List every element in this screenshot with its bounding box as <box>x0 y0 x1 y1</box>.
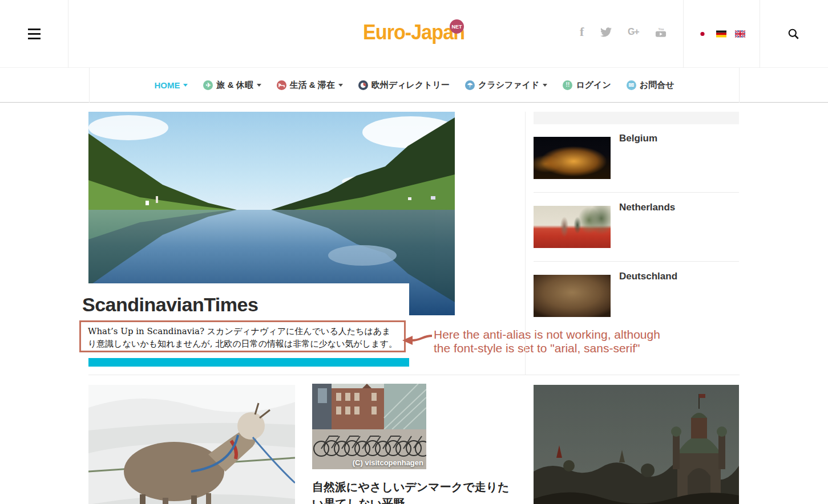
annotation-line-1: Here the anti-alias is not working, alth… <box>434 328 660 342</box>
twitter-icon[interactable] <box>600 25 612 39</box>
slider-progress-bar <box>88 358 409 367</box>
annotation-note: Here the anti-alias is not working, alth… <box>434 328 660 355</box>
nav-item-europe-directory[interactable]: 欧州ディレクトリー <box>358 80 450 91</box>
header: Euro-Japan NET f G+ You <box>0 0 828 68</box>
article-title[interactable]: ScandinavianTimes <box>82 294 258 316</box>
nav-item-classified[interactable]: ☂ クラシファイド <box>465 80 547 91</box>
sidebar-thumb-deutschland[interactable] <box>534 275 611 317</box>
column-divider <box>525 112 526 375</box>
nav-item-home[interactable]: HOME <box>154 80 188 90</box>
nav-label: クラシファイド <box>478 80 539 91</box>
bed-icon <box>277 80 286 90</box>
directory-pie-icon <box>358 80 368 90</box>
annotation-line-2: the font-style is set to "arial, sans-se… <box>434 342 660 355</box>
section-divider <box>88 375 740 375</box>
sidebar-header-bar <box>534 112 739 124</box>
main-nav-inner: HOME ✈ 旅 & 休暇 生活 & 滞在 欧州ディレクトリー <box>89 68 740 103</box>
page: Euro-Japan NET f G+ You <box>0 0 828 504</box>
login-icon: !! <box>563 80 572 90</box>
youtube-icon[interactable]: You <box>655 25 667 39</box>
envelope-icon: ✉ <box>627 80 636 90</box>
nav-item-login[interactable]: !! ログイン <box>563 80 611 91</box>
language-flags <box>697 30 745 38</box>
main-nav: HOME ✈ 旅 & 休暇 生活 & 滞在 欧州ディレクトリー <box>0 68 828 103</box>
card-image-copenhagen-bikes[interactable]: (C) visitcopenhagen <box>312 384 426 469</box>
flag-japan-icon[interactable] <box>697 30 708 38</box>
card-image-vintage-tower[interactable] <box>534 385 739 504</box>
social-links: f G+ You <box>580 25 667 39</box>
image-credit-caption: (C) visitcopenhagen <box>353 459 423 466</box>
umbrella-icon: ☂ <box>465 80 475 90</box>
sidebar-divider <box>534 192 739 193</box>
flag-uk-icon[interactable] <box>735 30 745 38</box>
site-logo[interactable]: Euro-Japan NET <box>363 21 474 44</box>
sidebar-thumb-netherlands[interactable] <box>534 206 611 248</box>
facebook-icon[interactable]: f <box>580 25 584 39</box>
svg-text:You: You <box>658 27 664 30</box>
logo-text: Euro-Japan <box>363 21 465 44</box>
sidebar-item-belgium[interactable]: Belgium <box>619 133 657 144</box>
header-divider <box>760 0 760 68</box>
nav-label: 欧州ディレクトリー <box>371 80 450 91</box>
sidebar-item-netherlands[interactable]: Netherlands <box>619 202 675 213</box>
chevron-down-icon <box>257 84 261 87</box>
sidebar-divider <box>534 261 739 262</box>
nav-label: ログイン <box>576 80 611 91</box>
header-divider <box>683 0 684 68</box>
chevron-down-icon <box>543 84 547 87</box>
nav-label: 生活 & 滞在 <box>290 80 335 91</box>
logo-net-badge: NET <box>450 19 464 34</box>
card-headline[interactable]: 自然派にやさしいデンマークで走りたい果てしない平野 <box>312 479 516 504</box>
nav-label: お問合せ <box>640 80 674 91</box>
sidebar-thumb-belgium[interactable] <box>534 137 611 179</box>
chevron-down-icon <box>338 84 343 87</box>
chevron-down-icon <box>183 84 188 87</box>
airplane-icon: ✈ <box>203 80 213 90</box>
article-excerpt-box: What’s Up in Scandinavia? スカンディナヴィアに住んでい… <box>79 320 406 352</box>
googleplus-icon[interactable]: G+ <box>628 25 639 39</box>
flag-germany-icon[interactable] <box>716 30 726 38</box>
header-divider <box>68 0 68 68</box>
nav-item-travel-vacation[interactable]: ✈ 旅 & 休暇 <box>203 80 261 91</box>
nav-item-living-stay[interactable]: 生活 & 滞在 <box>277 80 343 91</box>
sidebar-item-deutschland[interactable]: Deutschland <box>619 271 677 282</box>
hamburger-menu-button[interactable] <box>28 29 41 39</box>
article-excerpt-text: What’s Up in Scandinavia? スカンディナヴィアに住んでい… <box>88 326 397 352</box>
annotation-arrow-icon <box>401 333 433 347</box>
nav-label: HOME <box>154 80 180 90</box>
nav-item-contact[interactable]: ✉ お問合せ <box>627 80 674 91</box>
card-image-reindeer[interactable] <box>88 385 295 504</box>
nav-label: 旅 & 休暇 <box>216 80 253 91</box>
search-icon[interactable] <box>787 28 800 40</box>
